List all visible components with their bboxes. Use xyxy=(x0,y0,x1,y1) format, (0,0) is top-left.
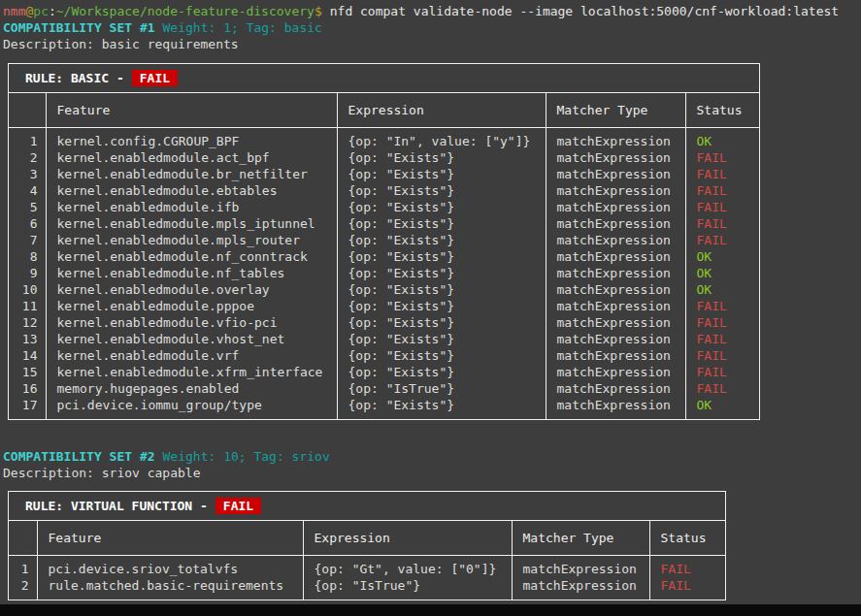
expression-cell: {op: "Exists"} xyxy=(337,298,546,314)
expression-cell: {op: "Exists"} xyxy=(337,265,546,281)
matcher-type-cell: matchExpression xyxy=(512,577,649,600)
status-cell: FAIL xyxy=(685,347,759,364)
expression-cell: {op: "Exists"} xyxy=(337,248,546,265)
matcher-type-cell: matchExpression xyxy=(546,166,685,182)
rule-basic-header: RULE: BASIC -FAIL xyxy=(9,64,759,93)
status-cell: FAIL xyxy=(685,380,759,397)
table-header-row: Feature Expression Matcher Type Status xyxy=(9,93,759,128)
status-cell: FAIL xyxy=(649,577,725,600)
status-cell: FAIL xyxy=(685,215,759,232)
features-table-1: Feature Expression Matcher Type Status 1… xyxy=(9,93,759,419)
status-cell: FAIL xyxy=(685,232,759,248)
matcher-type-cell: matchExpression xyxy=(546,215,685,232)
matcher-type-cell: matchExpression xyxy=(546,265,685,281)
table-row: 17pci.device.iommu_group/type{op: "Exist… xyxy=(9,397,759,419)
expression-cell: {op: "Exists"} xyxy=(337,199,546,215)
status-cell: FAIL xyxy=(685,199,759,215)
status-cell: OK xyxy=(685,397,759,419)
feature-cell: kernel.enabledmodule.mpls_router xyxy=(46,232,337,248)
row-number-header xyxy=(9,93,46,128)
rule-basic-label: RULE: BASIC - xyxy=(25,71,124,85)
expression-cell: {op: "IsTrue"} xyxy=(337,380,546,397)
prompt-line: nmm@pc:~/Workspace/node-feature-discover… xyxy=(3,3,861,19)
matcher-type-cell: matchExpression xyxy=(546,397,685,419)
matcher-type-cell: matchExpression xyxy=(546,281,685,298)
matcher-type-header: Matcher Type xyxy=(512,521,649,556)
compat-set-2-title: COMPATIBILITY SET #2 xyxy=(3,449,155,464)
expression-header: Expression xyxy=(337,93,546,128)
matcher-type-cell: matchExpression xyxy=(546,182,685,199)
row-number-cell: 15 xyxy=(9,364,46,380)
window-bottom-edge xyxy=(0,604,861,616)
table-row: 7kernel.enabledmodule.mpls_router{op: "E… xyxy=(9,232,759,248)
feature-cell: kernel.enabledmodule.vfio-pci xyxy=(46,314,337,331)
row-number-cell: 4 xyxy=(9,182,46,199)
row-number-cell: 8 xyxy=(9,248,46,265)
matcher-type-cell: matchExpression xyxy=(546,347,685,364)
expression-cell: {op: "Exists"} xyxy=(337,397,546,419)
table-row: 2kernel.enabledmodule.act_bpf{op: "Exist… xyxy=(9,149,759,166)
table-row: 10kernel.enabledmodule.overlay{op: "Exis… xyxy=(9,281,759,298)
matcher-type-cell: matchExpression xyxy=(546,232,685,248)
row-number-cell: 12 xyxy=(9,314,46,331)
compat-set-2-description: Description: sriov capable xyxy=(3,465,861,481)
table-row: 3kernel.enabledmodule.br_netfilter{op: "… xyxy=(9,166,759,182)
command-text: nfd compat validate-node --image localho… xyxy=(330,4,839,18)
terminal-screen[interactable]: nmm@pc:~/Workspace/node-feature-discover… xyxy=(0,0,861,600)
row-number-cell: 17 xyxy=(9,397,46,419)
row-number-cell: 2 xyxy=(9,577,37,600)
status-cell: FAIL xyxy=(685,331,759,347)
row-number-cell: 14 xyxy=(9,347,46,364)
feature-cell: kernel.enabledmodule.ebtables xyxy=(46,182,337,199)
table-row: 11kernel.enabledmodule.pppoe{op: "Exists… xyxy=(9,298,759,314)
expression-cell: {op: "Gt", value: ["0"]} xyxy=(303,556,512,578)
feature-cell: pci.device.iommu_group/type xyxy=(46,397,337,419)
matcher-type-cell: matchExpression xyxy=(546,380,685,397)
expression-cell: {op: "Exists"} xyxy=(337,364,546,380)
status-cell: FAIL xyxy=(685,149,759,166)
rule-virtual-function-header: RULE: VIRTUAL FUNCTION -FAIL xyxy=(9,492,725,521)
matcher-type-cell: matchExpression xyxy=(546,248,685,265)
status-cell: OK xyxy=(685,128,759,150)
status-header: Status xyxy=(649,521,725,556)
status-cell: FAIL xyxy=(685,182,759,199)
feature-header: Feature xyxy=(46,93,337,128)
expression-header: Expression xyxy=(303,521,512,556)
feature-cell: kernel.enabledmodule.ifb xyxy=(46,199,337,215)
matcher-type-header: Matcher Type xyxy=(546,93,685,128)
matcher-type-cell: matchExpression xyxy=(512,556,649,578)
table-row: 1kernel.config.CGROUP_BPF{op: "In", valu… xyxy=(9,128,759,150)
prompt-colon: : xyxy=(49,4,56,18)
row-number-cell: 3 xyxy=(9,166,46,182)
features-table-2: Feature Expression Matcher Type Status 1… xyxy=(9,521,725,600)
compat-set-1-title: COMPATIBILITY SET #1 xyxy=(3,20,155,35)
feature-cell: kernel.enabledmodule.act_bpf xyxy=(46,149,337,166)
matcher-type-cell: matchExpression xyxy=(546,314,685,331)
compat-set-2-heading: COMPATIBILITY SET #2Weight: 10; Tag: sri… xyxy=(3,448,861,465)
feature-cell: kernel.enabledmodule.vrf xyxy=(46,347,337,364)
feature-cell: kernel.enabledmodule.nf_tables xyxy=(46,265,337,281)
feature-cell: kernel.enabledmodule.nf_conntrack xyxy=(46,248,337,265)
matcher-type-cell: matchExpression xyxy=(546,298,685,314)
expression-cell: {op: "Exists"} xyxy=(337,149,546,166)
expression-cell: {op: "Exists"} xyxy=(337,166,546,182)
row-number-cell: 13 xyxy=(9,331,46,347)
compat-set-1-heading: COMPATIBILITY SET #1Weight: 1; Tag: basi… xyxy=(3,19,861,36)
prompt-user: nmm xyxy=(3,4,25,18)
table-row: 14kernel.enabledmodule.vrf{op: "Exists"}… xyxy=(9,347,759,364)
row-number-header xyxy=(9,521,37,556)
row-number-cell: 16 xyxy=(9,380,46,397)
matcher-type-cell: matchExpression xyxy=(546,128,685,150)
feature-cell: kernel.enabledmodule.br_netfilter xyxy=(46,166,337,182)
expression-cell: {op: "Exists"} xyxy=(337,314,546,331)
feature-cell: kernel.enabledmodule.overlay xyxy=(46,281,337,298)
feature-cell: kernel.enabledmodule.xfrm_interface xyxy=(46,364,337,380)
table-row: 16memory.hugepages.enabled{op: "IsTrue"}… xyxy=(9,380,759,397)
row-number-cell: 1 xyxy=(9,556,37,578)
row-number-cell: 2 xyxy=(9,149,46,166)
compat-set-1-description: Description: basic requirements xyxy=(3,36,861,52)
prompt-dollar: $ xyxy=(315,4,322,18)
feature-cell: kernel.enabledmodule.pppoe xyxy=(46,298,337,314)
row-number-cell: 9 xyxy=(9,265,46,281)
table-row: 15kernel.enabledmodule.xfrm_interface{op… xyxy=(9,364,759,380)
